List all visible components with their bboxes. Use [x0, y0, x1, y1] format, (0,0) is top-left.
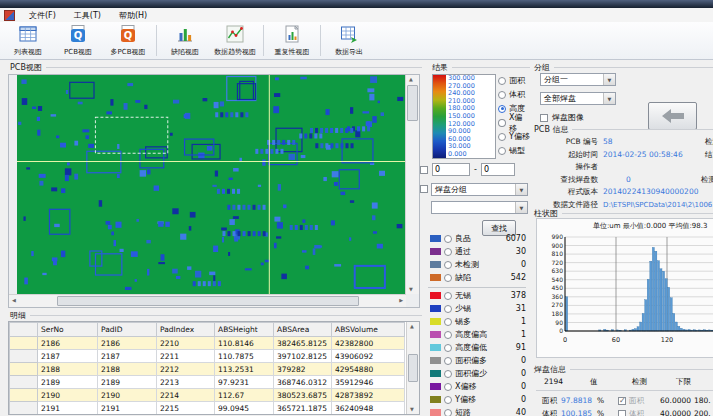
pad-image-checkbox[interactable]: [540, 114, 548, 122]
range-filter-checkbox[interactable]: [420, 166, 428, 174]
metric-volume-option[interactable]: 体积: [498, 90, 525, 99]
pad-select-dropdown[interactable]: 全部焊盘▼: [540, 92, 616, 105]
scroll-up-icon[interactable]: ▲: [409, 77, 413, 82]
table-row[interactable]: 218621862210110.8146382465.812542382800: [10, 337, 405, 350]
radio-icon[interactable]: [444, 305, 452, 313]
table-row[interactable]: 21912191221599.0945365721.187536240948: [10, 402, 405, 415]
pad-metric-unit: %: [597, 409, 604, 416]
radio-icon[interactable]: [444, 274, 452, 282]
repeatability-view-button[interactable]: 重复性视图: [267, 22, 317, 59]
radio-icon[interactable]: [498, 147, 506, 155]
defect-row-less-solder[interactable]: 少锡31: [430, 303, 526, 314]
radio-icon[interactable]: [444, 292, 452, 300]
radio-icon[interactable]: [444, 235, 452, 243]
radio-icon[interactable]: [498, 119, 506, 127]
category-row-good[interactable]: 良品6070: [430, 233, 526, 244]
svg-text:360: 360: [552, 293, 564, 300]
volume-check-checkbox[interactable]: [618, 410, 626, 416]
color-chip: [430, 344, 441, 351]
pad-group-dropdown[interactable]: 焊盘分组▼: [431, 183, 528, 196]
column-header-padindex[interactable]: PadIndex: [157, 323, 215, 337]
column-header-absvolume[interactable]: ABSVolume: [332, 323, 405, 337]
pcb-view-panel: PCB视图 ▲ ▼ ◀ ▶: [6, 62, 422, 308]
metric-xoffset-option[interactable]: X偏移: [498, 118, 530, 127]
upper-limit-value: 200.: [694, 409, 711, 416]
scroll-right-icon[interactable]: ▶: [399, 298, 403, 303]
svg-text:0: 0: [563, 336, 567, 344]
column-header-serno[interactable]: SerNo: [38, 323, 98, 337]
table-row[interactable]: 219021902214112.67380523.687542873892: [10, 389, 405, 402]
radio-icon[interactable]: [444, 318, 452, 326]
pcb-vertical-scrollbar[interactable]: ▲ ▼: [405, 75, 419, 294]
pad-group-checkbox[interactable]: [420, 185, 428, 193]
lower-limit-value: 40.0000: [660, 409, 691, 416]
defect-row-no-solder[interactable]: 无锡378: [430, 290, 526, 301]
column-header-absheight[interactable]: ABSHeight: [215, 323, 274, 337]
defect-row-bridge[interactable]: 短路40: [430, 407, 526, 416]
defect-row-height-high[interactable]: 高度偏高1: [430, 329, 526, 340]
operator-row: 操作者: [534, 161, 603, 172]
range-to-input[interactable]: [481, 163, 515, 176]
data-export-button[interactable]: 数据导出: [324, 22, 374, 59]
radio-icon[interactable]: [498, 105, 506, 113]
radio-icon[interactable]: [498, 91, 506, 99]
metric-area-option[interactable]: 面积: [498, 76, 525, 85]
range-from-input[interactable]: [432, 163, 470, 176]
defect-row-height-low[interactable]: 高度偏低91: [430, 342, 526, 353]
column-header-padid[interactable]: PadID: [98, 323, 157, 337]
radio-icon[interactable]: [444, 357, 452, 365]
radio-icon[interactable]: [444, 248, 452, 256]
upper-limit-value: 180.: [694, 396, 711, 405]
menu-file[interactable]: 文件(F): [20, 9, 65, 22]
pcb-view-button[interactable]: Q PCB视图: [53, 22, 103, 59]
radio-icon[interactable]: [444, 344, 452, 352]
defect-row-y-offset[interactable]: Y偏移0: [430, 394, 526, 405]
scroll-down-icon[interactable]: ▼: [409, 287, 413, 292]
scroll-up-icon[interactable]: ▲: [410, 324, 414, 329]
column-header-absarea[interactable]: ABSArea: [274, 323, 332, 337]
category-row-untested[interactable]: 未检测0: [430, 259, 526, 270]
metric-solder-type-option[interactable]: 锡型: [498, 146, 525, 155]
defect-view-button[interactable]: 缺陷视图: [160, 22, 210, 59]
secondary-group-dropdown[interactable]: ▼: [431, 201, 528, 214]
scroll-left-icon[interactable]: ◀: [12, 298, 16, 303]
defect-row-area-more[interactable]: 面积偏多0: [430, 355, 526, 366]
radio-icon[interactable]: [498, 133, 506, 141]
pcb-view-icon: Q: [68, 24, 88, 46]
clipped-label: 结束: [705, 150, 713, 160]
pad-id-header: 2194: [544, 377, 563, 386]
row-selector-header: [10, 323, 38, 337]
table-row[interactable]: 218821882212113.253137928242954880: [10, 363, 405, 376]
menu-tools[interactable]: 工具(T): [65, 9, 110, 22]
value-column-header: 值: [590, 377, 598, 387]
divider: [30, 315, 422, 316]
multi-pcb-view-button[interactable]: Q 多PCB视图: [103, 22, 153, 59]
defect-row-area-less[interactable]: 面积偏少0: [430, 368, 526, 379]
table-row[interactable]: 218721872211110.7875397102.812543906092: [10, 350, 405, 363]
pcb-board-image[interactable]: [17, 75, 405, 294]
menu-help[interactable]: 帮助(H): [110, 9, 156, 22]
repeatability-view-icon: [282, 24, 302, 46]
svg-text:Q: Q: [124, 30, 133, 41]
radio-icon[interactable]: [498, 77, 506, 85]
metric-yoffset-option[interactable]: Y偏移: [498, 132, 530, 141]
area-check-checkbox[interactable]: [618, 397, 626, 405]
radio-icon[interactable]: [444, 331, 452, 339]
radio-icon[interactable]: [444, 261, 452, 269]
radio-icon[interactable]: [444, 409, 452, 416]
table-row[interactable]: 21892189221397.9231368746.031235912946: [10, 376, 405, 389]
pad-image-option[interactable]: 焊盘图像: [540, 112, 584, 123]
defect-row-more-solder[interactable]: 锡多1: [430, 316, 526, 327]
pcb-horizontal-scrollbar[interactable]: ◀ ▶: [9, 294, 406, 307]
group-select-dropdown[interactable]: 分组一▼: [540, 73, 616, 86]
radio-icon[interactable]: [444, 370, 452, 378]
category-row-defect[interactable]: 缺陷542: [430, 272, 526, 283]
radio-icon[interactable]: [444, 396, 452, 404]
scroll-down-icon[interactable]: ▼: [410, 407, 414, 412]
list-view-button[interactable]: 列表视图: [3, 22, 53, 59]
category-row-pass[interactable]: 通过30: [430, 246, 526, 257]
radio-icon[interactable]: [444, 383, 452, 391]
svg-text:900: 900: [552, 242, 564, 249]
defect-row-x-offset[interactable]: X偏移0: [430, 381, 526, 392]
data-trend-view-button[interactable]: 数据趋势视图: [210, 22, 260, 59]
